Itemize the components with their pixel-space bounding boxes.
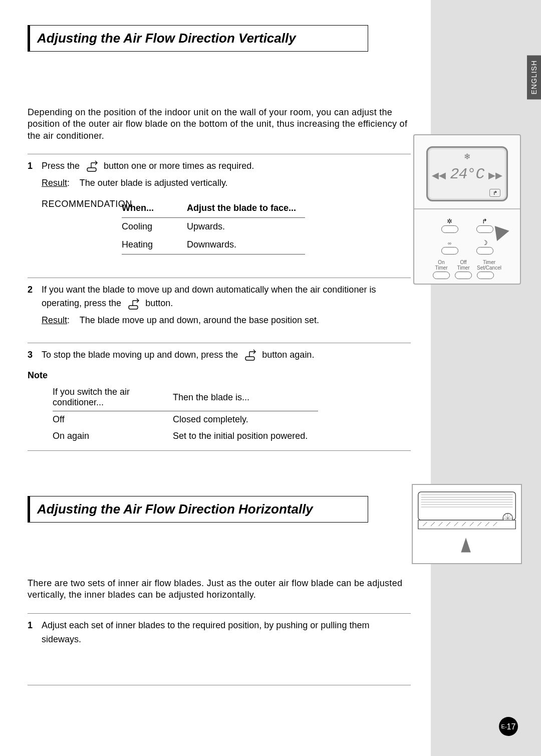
recommendation-label: RECOMMENDATION (42, 199, 132, 209)
step-2: 2 If you want the blade to move up and d… (28, 278, 411, 336)
air-swing-icon (84, 160, 99, 173)
timer-label: Off Timer (457, 260, 469, 271)
divider (28, 685, 411, 685)
indoor-unit-illustration (412, 484, 522, 564)
air-swing-icon (126, 298, 141, 311)
step1-result: The outer blade is adjusted vertically. (80, 178, 228, 188)
page-prefix: E- (501, 723, 507, 729)
section2-intro: There are two sets of inner air flow bla… (28, 578, 411, 601)
step2-text-b: button. (145, 298, 173, 308)
step-number: 1 (28, 159, 42, 254)
note-cell-if: On again (53, 428, 173, 444)
remote-control-illustration: ❄ ◀◀ 24°C ▶▶ ↱ ✲ ↱ ∞ ☽ (413, 134, 521, 285)
result-label: Result (42, 178, 67, 188)
section2-step1-text: Adjust each set of inner blades to the r… (42, 619, 411, 647)
rec-col-when: When... (122, 199, 187, 217)
note-cell-if: Off (53, 411, 173, 428)
page-number: 17 (507, 722, 516, 731)
remote-button (441, 225, 458, 233)
rec-cell-adjust: Upwards. (187, 217, 305, 235)
arrow-right-icon: ▶▶ (488, 170, 502, 181)
step2-result: The blade move up and down, around the b… (80, 315, 319, 325)
note-label: Note (28, 370, 53, 381)
turbo-icon: ∞ (448, 240, 451, 246)
note-cell-then: Closed completely. (173, 411, 318, 428)
rec-col-adjust: Adjust the blade to face... (187, 199, 305, 217)
arrow-left-icon: ◀◀ (432, 170, 446, 181)
divider (28, 450, 411, 451)
remote-button (455, 272, 472, 279)
sleep-icon: ☽ (482, 239, 488, 246)
snowflake-icon: ❄ (464, 152, 470, 161)
svg-marker-15 (461, 538, 470, 552)
svg-rect-3 (418, 492, 515, 520)
svg-rect-1 (129, 306, 138, 309)
step-number: 3 (28, 348, 42, 362)
timer-label: Timer Set/Cancel (477, 260, 501, 271)
rec-cell-when: Cooling (122, 217, 187, 235)
remote-button (477, 272, 494, 279)
svg-rect-0 (87, 168, 96, 171)
svg-rect-2 (245, 357, 254, 360)
note-col-if: If you switch the air conditioner... (53, 384, 173, 411)
rec-cell-adjust: Downwards. (187, 236, 305, 254)
section1-intro: Depending on the position of the indoor … (28, 107, 411, 142)
note-table: If you switch the air conditioner... The… (53, 384, 318, 444)
swing-indicator-icon: ↱ (489, 189, 500, 197)
section1-title: Adjusting the Air Flow Direction Vertica… (28, 25, 368, 52)
page-number-badge: E-17 (499, 717, 518, 736)
result-label: Result (42, 315, 67, 325)
step2-text-a: If you want the blade to move up and dow… (42, 285, 376, 309)
remote-button (441, 247, 458, 255)
step1-text-a: Press the (42, 161, 80, 171)
rec-cell-when: Heating (122, 236, 187, 254)
remote-screen: ❄ ◀◀ 24°C ▶▶ ↱ (426, 146, 508, 201)
air-swing-icon: ↱ (482, 217, 487, 225)
step-number: 1 (28, 619, 42, 647)
step3-text-b: button again. (262, 350, 314, 360)
section2-step-1: 1 Adjust each set of inner blades to the… (28, 614, 411, 655)
fan-icon: ✲ (447, 217, 452, 225)
section2-title: Adjusting the Air Flow Direction Horizon… (28, 496, 368, 523)
remote-button (433, 272, 450, 279)
step-3: 3 To stop the blade moving up and down, … (28, 343, 411, 370)
page-content: Adjusting the Air Flow Direction Vertica… (0, 0, 541, 710)
note-col-then: Then the blade is... (173, 384, 318, 411)
air-swing-icon (242, 349, 257, 362)
recommendation-table: When... Adjust the blade to face... Cool… (122, 199, 305, 255)
remote-temp-display: 24°C (450, 166, 484, 183)
step-1: 1 Press the button one or more times as … (28, 154, 411, 262)
remote-button (476, 247, 493, 255)
timer-label: On Timer (435, 260, 447, 271)
note-cell-then: Set to the initial position powered. (173, 428, 318, 444)
step1-text-b: button one or more times as required. (104, 161, 254, 171)
step3-text-a: To stop the blade moving up and down, pr… (42, 350, 238, 360)
step-number: 2 (28, 283, 42, 328)
